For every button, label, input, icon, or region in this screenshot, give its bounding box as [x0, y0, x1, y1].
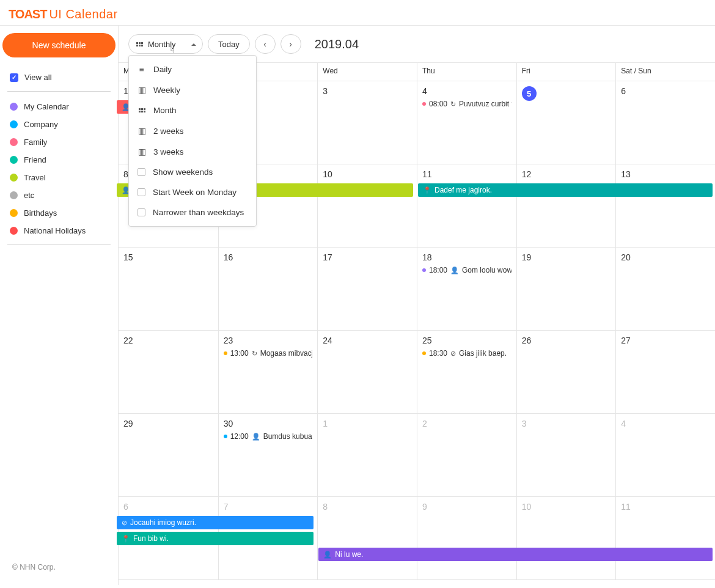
event-title: Fun bib wi.	[133, 534, 169, 543]
next-button[interactable]: ›	[280, 34, 301, 54]
event-item[interactable]: 13:00 ↻ Mogaas mibvacjak l...	[224, 349, 313, 358]
event-bar[interactable]: 👤Ni lu we.	[318, 548, 713, 561]
calendar-item[interactable]: Family	[7, 133, 111, 151]
menu-item[interactable]: ▥Weekly	[129, 79, 256, 100]
day-cell[interactable]: 4 08:00 ↻ Puvutvuz curbit fo.	[417, 81, 516, 164]
day-cell[interactable]: 20	[615, 248, 715, 331]
day-cell[interactable]: 22	[119, 331, 218, 414]
day-cell[interactable]: 1	[317, 414, 417, 497]
calendar-item-label: Company	[24, 120, 58, 129]
new-schedule-button[interactable]: New schedule	[2, 33, 116, 57]
menu-check-item[interactable]: Show weekends	[129, 162, 256, 182]
event-title: Jocauhi imiog wuzri.	[130, 518, 196, 527]
checkbox-checked-icon: ✓	[10, 73, 18, 82]
day-cell[interactable]: 4	[615, 414, 715, 497]
day-cell[interactable]: 10	[516, 497, 616, 580]
day-cell[interactable]: 12	[516, 164, 616, 248]
event-item[interactable]: 18:30 ⊘ Gias jilik baep.	[422, 349, 512, 358]
divider	[7, 91, 111, 92]
day-cell[interactable]: 9	[417, 497, 516, 580]
event-bar[interactable]: 📍Dadef me jagirok.	[418, 183, 713, 197]
day-header: Thu	[417, 63, 516, 81]
color-dot-icon	[10, 227, 18, 235]
color-dot-icon	[10, 174, 18, 182]
day-cell[interactable]: 5	[516, 81, 616, 164]
day-number: 30	[224, 419, 233, 428]
day-cell[interactable]: 3	[516, 414, 616, 497]
calendar-item[interactable]: National Holidays	[7, 222, 111, 240]
day-cell[interactable]: 30 12:00 👤 Bumdus kubuagu z...	[218, 414, 318, 497]
day-cell[interactable]: 10	[317, 164, 417, 248]
day-cell[interactable]: 24	[317, 331, 417, 414]
day-number: 27	[621, 336, 631, 345]
checkbox-icon	[138, 208, 145, 216]
menu-item-label: Weekly	[153, 86, 180, 95]
menu-icon	[138, 108, 146, 112]
calendar-item[interactable]: Birthdays	[7, 204, 111, 222]
day-number: 6	[123, 502, 128, 512]
event-title: Gom loolu wow.	[462, 266, 512, 274]
calendar-item[interactable]: Company	[7, 116, 111, 133]
event-bar[interactable]: 📍Fun bib wi.	[117, 532, 314, 545]
color-dot-icon	[10, 156, 18, 164]
day-number: 4	[422, 86, 427, 96]
today-button[interactable]: Today	[208, 34, 250, 54]
menu-check-item[interactable]: Start Week on Monday	[129, 182, 256, 202]
caret-up-icon	[191, 40, 196, 49]
day-cell[interactable]: 23 13:00 ↻ Mogaas mibvacjak l...	[218, 331, 318, 414]
calendar-item[interactable]: Travel	[7, 169, 111, 186]
calendar-item[interactable]: My Calendar	[7, 98, 111, 116]
day-cell[interactable]: 26	[516, 331, 616, 414]
menu-item[interactable]: ≡Daily	[129, 59, 256, 79]
day-cell[interactable]: 18 18:00 👤 Gom loolu wow.	[417, 248, 516, 331]
menu-item[interactable]: ▥2 weeks	[129, 120, 256, 141]
day-cell[interactable]: 19	[516, 248, 616, 331]
day-cell[interactable]: 3	[317, 81, 417, 164]
day-cell[interactable]: 27	[615, 331, 715, 414]
event-title: Dadef me jagirok.	[435, 186, 492, 194]
day-cell[interactable]: 15	[119, 248, 218, 331]
menu-item-label: Narrower than weekdays	[153, 208, 244, 217]
day-cell[interactable]: 2	[417, 414, 516, 497]
event-type-icon: ⊘	[122, 519, 127, 527]
event-item[interactable]: 12:00 👤 Bumdus kubuagu z...	[224, 432, 313, 441]
event-type-icon: ↻	[252, 350, 257, 358]
calendar-item[interactable]: etc	[7, 186, 111, 204]
event-time: 08:00	[429, 100, 447, 108]
menu-item[interactable]: Month	[129, 100, 256, 120]
day-cell[interactable]: 16	[218, 248, 318, 331]
day-cell[interactable]: 13	[615, 164, 715, 248]
day-cell[interactable]: 29	[119, 414, 218, 497]
prev-button[interactable]: ‹	[255, 34, 276, 54]
day-number: 29	[123, 419, 133, 428]
day-cell[interactable]: 11	[615, 497, 715, 580]
calendar-item[interactable]: Friend	[7, 151, 111, 169]
logo-wordmark: TOAST	[9, 7, 46, 21]
brand-logo: TOAST UI Calendar	[0, 0, 715, 25]
day-number: 7	[224, 502, 229, 512]
color-dot-icon	[10, 191, 18, 199]
day-cell[interactable]: 6	[615, 81, 715, 164]
menu-check-item[interactable]: Narrower than weekdays	[129, 202, 256, 222]
event-time: 12:00	[230, 432, 249, 441]
calendar-item-label: Friend	[24, 155, 46, 164]
day-number: 2	[422, 419, 427, 428]
event-title: Bumdus kubuagu z...	[263, 432, 313, 441]
day-cell[interactable]: 25 18:30 ⊘ Gias jilik baep.	[417, 331, 516, 414]
day-header: Fri	[516, 63, 616, 81]
day-cell[interactable]: 8	[317, 497, 417, 580]
sidebar: New schedule ✓ View all My Calendar Comp…	[0, 26, 119, 585]
event-bar[interactable]: ⊘Jocauhi imiog wuzri.	[117, 516, 314, 529]
day-number: 8	[323, 502, 328, 512]
day-number: 17	[323, 252, 332, 262]
day-cell[interactable]: 11	[417, 164, 516, 248]
view-dropdown[interactable]: Monthly	[128, 34, 203, 54]
color-dot-icon	[10, 138, 18, 146]
event-item[interactable]: 18:00 👤 Gom loolu wow.	[422, 266, 512, 274]
menu-item[interactable]: ▥3 weeks	[129, 141, 256, 162]
event-item[interactable]: 08:00 ↻ Puvutvuz curbit fo.	[422, 100, 512, 108]
day-cell[interactable]: 17	[317, 248, 417, 331]
copyright: © NHN Corp.	[2, 557, 116, 578]
day-number: 18	[422, 252, 432, 262]
view-all-toggle[interactable]: ✓ View all	[7, 68, 111, 86]
